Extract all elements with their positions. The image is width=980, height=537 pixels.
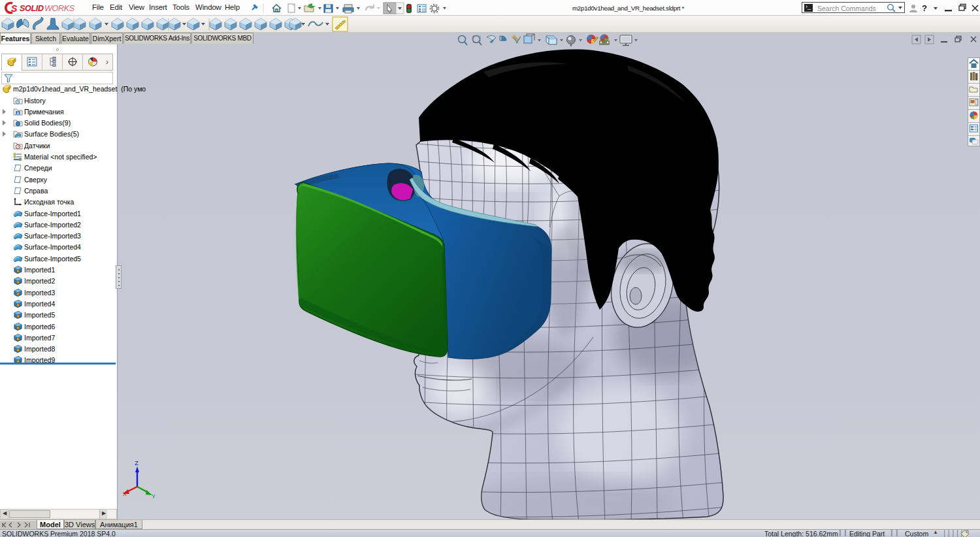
svg-text:?: ? — [922, 3, 927, 13]
svg-text:Y: Y — [152, 493, 155, 500]
svg-text:SOLID: SOLID — [20, 4, 44, 13]
svg-text:S: S — [11, 3, 18, 14]
svg-text:A: A — [16, 110, 20, 115]
svg-text:Z: Z — [135, 460, 139, 466]
svg-text:X: X — [123, 491, 127, 497]
svg-text:WORKS: WORKS — [44, 4, 75, 13]
